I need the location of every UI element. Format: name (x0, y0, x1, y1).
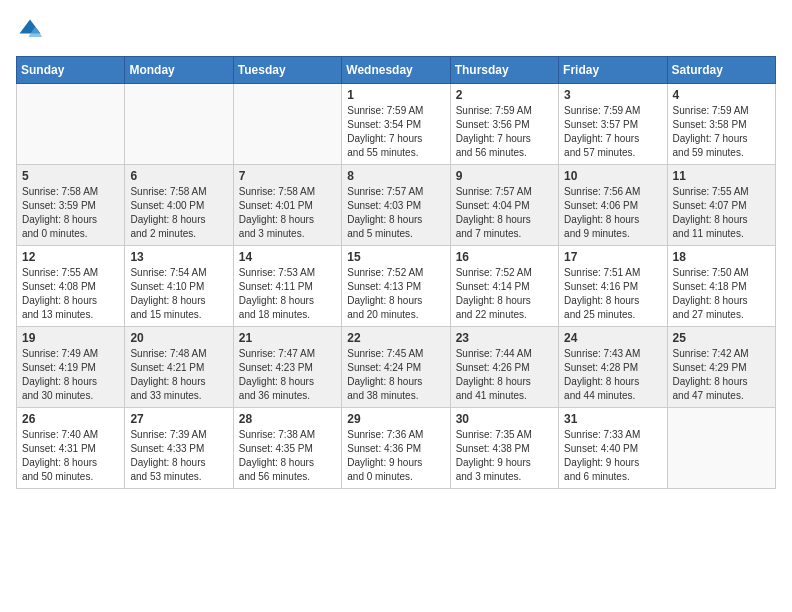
calendar-cell (17, 84, 125, 165)
day-number: 1 (347, 88, 444, 102)
day-info: Sunrise: 7:53 AM Sunset: 4:11 PM Dayligh… (239, 266, 336, 322)
day-info: Sunrise: 7:57 AM Sunset: 4:03 PM Dayligh… (347, 185, 444, 241)
day-number: 8 (347, 169, 444, 183)
day-header-wednesday: Wednesday (342, 57, 450, 84)
day-number: 20 (130, 331, 227, 345)
calendar-cell: 18Sunrise: 7:50 AM Sunset: 4:18 PM Dayli… (667, 246, 775, 327)
day-number: 6 (130, 169, 227, 183)
day-number: 16 (456, 250, 553, 264)
day-info: Sunrise: 7:52 AM Sunset: 4:13 PM Dayligh… (347, 266, 444, 322)
calendar-week-row: 26Sunrise: 7:40 AM Sunset: 4:31 PM Dayli… (17, 408, 776, 489)
calendar-cell: 29Sunrise: 7:36 AM Sunset: 4:36 PM Dayli… (342, 408, 450, 489)
day-number: 4 (673, 88, 770, 102)
day-info: Sunrise: 7:44 AM Sunset: 4:26 PM Dayligh… (456, 347, 553, 403)
day-info: Sunrise: 7:59 AM Sunset: 3:56 PM Dayligh… (456, 104, 553, 160)
calendar-cell (233, 84, 341, 165)
calendar-week-row: 5Sunrise: 7:58 AM Sunset: 3:59 PM Daylig… (17, 165, 776, 246)
day-info: Sunrise: 7:51 AM Sunset: 4:16 PM Dayligh… (564, 266, 661, 322)
day-header-friday: Friday (559, 57, 667, 84)
calendar-week-row: 19Sunrise: 7:49 AM Sunset: 4:19 PM Dayli… (17, 327, 776, 408)
calendar-cell: 28Sunrise: 7:38 AM Sunset: 4:35 PM Dayli… (233, 408, 341, 489)
day-number: 26 (22, 412, 119, 426)
day-info: Sunrise: 7:36 AM Sunset: 4:36 PM Dayligh… (347, 428, 444, 484)
calendar-cell: 4Sunrise: 7:59 AM Sunset: 3:58 PM Daylig… (667, 84, 775, 165)
day-number: 23 (456, 331, 553, 345)
calendar-cell: 22Sunrise: 7:45 AM Sunset: 4:24 PM Dayli… (342, 327, 450, 408)
day-info: Sunrise: 7:43 AM Sunset: 4:28 PM Dayligh… (564, 347, 661, 403)
day-number: 17 (564, 250, 661, 264)
day-number: 30 (456, 412, 553, 426)
day-info: Sunrise: 7:59 AM Sunset: 3:54 PM Dayligh… (347, 104, 444, 160)
day-number: 10 (564, 169, 661, 183)
day-number: 25 (673, 331, 770, 345)
day-info: Sunrise: 7:48 AM Sunset: 4:21 PM Dayligh… (130, 347, 227, 403)
day-number: 28 (239, 412, 336, 426)
calendar-cell: 16Sunrise: 7:52 AM Sunset: 4:14 PM Dayli… (450, 246, 558, 327)
calendar-week-row: 12Sunrise: 7:55 AM Sunset: 4:08 PM Dayli… (17, 246, 776, 327)
calendar-header-row: SundayMondayTuesdayWednesdayThursdayFrid… (17, 57, 776, 84)
day-info: Sunrise: 7:59 AM Sunset: 3:58 PM Dayligh… (673, 104, 770, 160)
calendar-cell: 10Sunrise: 7:56 AM Sunset: 4:06 PM Dayli… (559, 165, 667, 246)
calendar-cell: 6Sunrise: 7:58 AM Sunset: 4:00 PM Daylig… (125, 165, 233, 246)
day-header-tuesday: Tuesday (233, 57, 341, 84)
calendar-cell: 7Sunrise: 7:58 AM Sunset: 4:01 PM Daylig… (233, 165, 341, 246)
logo (16, 16, 48, 44)
calendar-cell: 13Sunrise: 7:54 AM Sunset: 4:10 PM Dayli… (125, 246, 233, 327)
day-number: 24 (564, 331, 661, 345)
day-info: Sunrise: 7:33 AM Sunset: 4:40 PM Dayligh… (564, 428, 661, 484)
day-number: 18 (673, 250, 770, 264)
day-info: Sunrise: 7:47 AM Sunset: 4:23 PM Dayligh… (239, 347, 336, 403)
calendar-cell (125, 84, 233, 165)
day-number: 11 (673, 169, 770, 183)
day-info: Sunrise: 7:52 AM Sunset: 4:14 PM Dayligh… (456, 266, 553, 322)
calendar-cell: 9Sunrise: 7:57 AM Sunset: 4:04 PM Daylig… (450, 165, 558, 246)
calendar-cell: 12Sunrise: 7:55 AM Sunset: 4:08 PM Dayli… (17, 246, 125, 327)
day-number: 31 (564, 412, 661, 426)
day-header-thursday: Thursday (450, 57, 558, 84)
calendar-cell: 25Sunrise: 7:42 AM Sunset: 4:29 PM Dayli… (667, 327, 775, 408)
day-info: Sunrise: 7:58 AM Sunset: 4:01 PM Dayligh… (239, 185, 336, 241)
calendar-cell: 27Sunrise: 7:39 AM Sunset: 4:33 PM Dayli… (125, 408, 233, 489)
calendar-cell: 5Sunrise: 7:58 AM Sunset: 3:59 PM Daylig… (17, 165, 125, 246)
day-info: Sunrise: 7:55 AM Sunset: 4:07 PM Dayligh… (673, 185, 770, 241)
day-info: Sunrise: 7:55 AM Sunset: 4:08 PM Dayligh… (22, 266, 119, 322)
calendar-cell: 11Sunrise: 7:55 AM Sunset: 4:07 PM Dayli… (667, 165, 775, 246)
day-info: Sunrise: 7:58 AM Sunset: 3:59 PM Dayligh… (22, 185, 119, 241)
day-header-monday: Monday (125, 57, 233, 84)
day-info: Sunrise: 7:42 AM Sunset: 4:29 PM Dayligh… (673, 347, 770, 403)
day-number: 12 (22, 250, 119, 264)
calendar-cell: 17Sunrise: 7:51 AM Sunset: 4:16 PM Dayli… (559, 246, 667, 327)
calendar-cell: 26Sunrise: 7:40 AM Sunset: 4:31 PM Dayli… (17, 408, 125, 489)
calendar-cell: 1Sunrise: 7:59 AM Sunset: 3:54 PM Daylig… (342, 84, 450, 165)
calendar-cell (667, 408, 775, 489)
day-info: Sunrise: 7:54 AM Sunset: 4:10 PM Dayligh… (130, 266, 227, 322)
calendar-cell: 15Sunrise: 7:52 AM Sunset: 4:13 PM Dayli… (342, 246, 450, 327)
day-info: Sunrise: 7:56 AM Sunset: 4:06 PM Dayligh… (564, 185, 661, 241)
day-number: 19 (22, 331, 119, 345)
day-info: Sunrise: 7:57 AM Sunset: 4:04 PM Dayligh… (456, 185, 553, 241)
day-number: 21 (239, 331, 336, 345)
day-info: Sunrise: 7:45 AM Sunset: 4:24 PM Dayligh… (347, 347, 444, 403)
calendar-cell: 2Sunrise: 7:59 AM Sunset: 3:56 PM Daylig… (450, 84, 558, 165)
calendar-week-row: 1Sunrise: 7:59 AM Sunset: 3:54 PM Daylig… (17, 84, 776, 165)
calendar-cell: 19Sunrise: 7:49 AM Sunset: 4:19 PM Dayli… (17, 327, 125, 408)
calendar-cell: 24Sunrise: 7:43 AM Sunset: 4:28 PM Dayli… (559, 327, 667, 408)
day-number: 5 (22, 169, 119, 183)
day-number: 13 (130, 250, 227, 264)
day-number: 9 (456, 169, 553, 183)
calendar-cell: 20Sunrise: 7:48 AM Sunset: 4:21 PM Dayli… (125, 327, 233, 408)
day-number: 27 (130, 412, 227, 426)
day-info: Sunrise: 7:38 AM Sunset: 4:35 PM Dayligh… (239, 428, 336, 484)
day-info: Sunrise: 7:59 AM Sunset: 3:57 PM Dayligh… (564, 104, 661, 160)
day-info: Sunrise: 7:40 AM Sunset: 4:31 PM Dayligh… (22, 428, 119, 484)
page-header (16, 16, 776, 44)
day-number: 14 (239, 250, 336, 264)
day-info: Sunrise: 7:35 AM Sunset: 4:38 PM Dayligh… (456, 428, 553, 484)
day-info: Sunrise: 7:50 AM Sunset: 4:18 PM Dayligh… (673, 266, 770, 322)
day-info: Sunrise: 7:58 AM Sunset: 4:00 PM Dayligh… (130, 185, 227, 241)
day-number: 2 (456, 88, 553, 102)
day-number: 15 (347, 250, 444, 264)
calendar-cell: 8Sunrise: 7:57 AM Sunset: 4:03 PM Daylig… (342, 165, 450, 246)
day-header-saturday: Saturday (667, 57, 775, 84)
logo-icon (16, 16, 44, 44)
